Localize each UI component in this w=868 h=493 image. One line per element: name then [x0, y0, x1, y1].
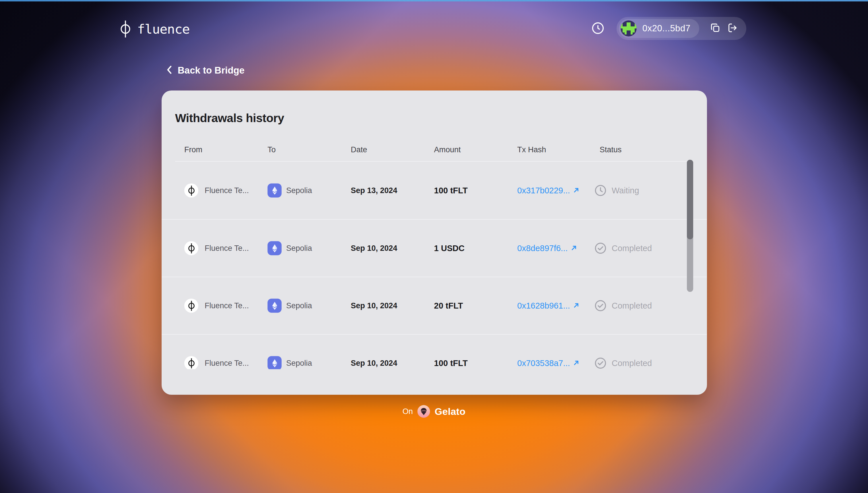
date-cell: Sep 10, 2024 [351, 301, 397, 310]
ethereum-sepolia-icon [268, 241, 281, 255]
tx-hash-value: 0x703538a7... [517, 359, 570, 368]
footer-on-label: On [403, 407, 413, 416]
table-body: Fluence Te... Sepolia Sep 13, 2024 100 t… [162, 162, 707, 369]
wallet-address: 0x20...5bd7 [642, 23, 691, 34]
ethereum-sepolia-icon [268, 299, 281, 313]
date-value: Sep 10, 2024 [351, 359, 397, 368]
amount-cell: 100 tFLT [434, 359, 467, 368]
withdrawals-history-card: Withdrawals history From To Date Amount … [162, 90, 707, 395]
logout-button[interactable] [726, 22, 739, 35]
from-network-label: Fluence Te... [205, 186, 249, 195]
to-network-label: Sepolia [286, 359, 312, 368]
date-cell: Sep 13, 2024 [351, 186, 397, 195]
column-header-tx-hash: Tx Hash [517, 144, 546, 155]
status-label: Completed [612, 359, 652, 368]
tx-hash-value: 0x1628b961... [517, 301, 570, 310]
completed-check-icon [594, 300, 607, 312]
date-value: Sep 10, 2024 [351, 244, 397, 253]
status-label: Waiting [612, 186, 639, 195]
amount-value: 1 USDC [434, 244, 464, 253]
ethereum-sepolia-icon [268, 184, 281, 198]
date-value: Sep 10, 2024 [351, 301, 397, 310]
table-row: Fluence Te... Sepolia Sep 10, 2024 1 USD… [162, 219, 707, 277]
amount-cell: 100 tFLT [434, 186, 467, 195]
from-network-label: Fluence Te... [205, 301, 249, 310]
amount-value: 100 tFLT [434, 359, 467, 368]
to-network-label: Sepolia [286, 186, 312, 195]
date-cell: Sep 10, 2024 [351, 359, 397, 368]
status-cell: Completed [594, 357, 652, 369]
to-network-label: Sepolia [286, 244, 312, 253]
to-cell: Sepolia [268, 356, 312, 369]
back-to-bridge-link[interactable]: Back to Bridge [165, 65, 245, 76]
top-accent-line [0, 0, 868, 1]
from-cell: Fluence Te... [184, 356, 249, 369]
fluence-phi-icon [120, 20, 131, 38]
app-background: fluence [0, 0, 868, 493]
to-network-label: Sepolia [286, 301, 312, 310]
table-header: From To Date Amount Tx Hash Status [162, 144, 707, 155]
wallet-avatar [621, 20, 637, 37]
status-cell: Waiting [594, 185, 639, 196]
fluence-network-icon [184, 241, 198, 255]
external-link-icon [573, 359, 580, 367]
column-header-from: From [184, 144, 202, 155]
column-header-amount: Amount [434, 144, 461, 155]
tx-hash-link[interactable]: 0x703538a7... [517, 359, 580, 368]
brand-name: fluence [137, 22, 190, 37]
to-cell: Sepolia [268, 184, 312, 198]
wallet-account-button[interactable]: 0x20...5bd7 [619, 19, 699, 38]
tx-hash-link[interactable]: 0x8de897f6... [517, 244, 577, 253]
external-link-icon [571, 244, 577, 252]
to-cell: Sepolia [268, 241, 312, 255]
from-cell: Fluence Te... [184, 184, 249, 198]
chevron-left-icon [165, 65, 174, 76]
table-row: Fluence Te... Sepolia Sep 10, 2024 20 tF… [162, 277, 707, 334]
amount-cell: 20 tFLT [434, 301, 463, 310]
table-row: Fluence Te... Sepolia Sep 13, 2024 100 t… [162, 162, 707, 219]
from-network-label: Fluence Te... [205, 244, 249, 253]
column-header-date: Date [351, 144, 367, 155]
date-value: Sep 13, 2024 [351, 186, 397, 195]
tx-hash-link[interactable]: 0x1628b961... [517, 301, 580, 310]
external-link-icon [573, 302, 580, 310]
fluence-network-icon [184, 356, 198, 369]
copy-address-button[interactable] [709, 22, 722, 35]
fluence-network-icon [184, 299, 198, 313]
amount-value: 100 tFLT [434, 186, 467, 195]
waiting-clock-icon [594, 185, 607, 196]
scrollbar-track[interactable] [687, 160, 693, 292]
wallet-widget: 0x20...5bd7 [617, 17, 746, 40]
from-cell: Fluence Te... [184, 299, 249, 313]
table-row: Fluence Te... Sepolia Sep 10, 2024 100 t… [162, 334, 707, 369]
tx-hash-link[interactable]: 0x317b0229... [517, 186, 580, 195]
scrollbar-thumb[interactable] [687, 160, 693, 239]
history-button[interactable] [591, 21, 605, 35]
brand-logo: fluence [120, 20, 190, 38]
footer-brand-label: Gelato [435, 406, 465, 417]
copy-icon [710, 22, 721, 35]
card-title: Withdrawals history [175, 111, 284, 125]
completed-check-icon [594, 357, 607, 369]
external-link-icon [573, 187, 580, 194]
status-cell: Completed [594, 300, 652, 312]
tx-hash-value: 0x8de897f6... [517, 244, 568, 253]
completed-check-icon [594, 242, 607, 254]
tx-hash-value: 0x317b0229... [517, 186, 570, 195]
column-header-status: Status [600, 144, 622, 155]
logout-icon [727, 22, 738, 35]
column-header-to: To [268, 144, 276, 155]
date-cell: Sep 10, 2024 [351, 244, 397, 253]
status-cell: Completed [594, 242, 652, 254]
gelato-icon [417, 405, 430, 418]
from-network-label: Fluence Te... [205, 359, 249, 368]
powered-by-footer[interactable]: On Gelato [403, 405, 465, 418]
amount-cell: 1 USDC [434, 244, 464, 253]
fluence-network-icon [184, 184, 198, 198]
status-label: Completed [612, 244, 652, 253]
amount-value: 20 tFLT [434, 301, 463, 310]
from-cell: Fluence Te... [184, 241, 249, 255]
ethereum-sepolia-icon [268, 356, 281, 369]
status-label: Completed [612, 301, 652, 310]
to-cell: Sepolia [268, 299, 312, 313]
